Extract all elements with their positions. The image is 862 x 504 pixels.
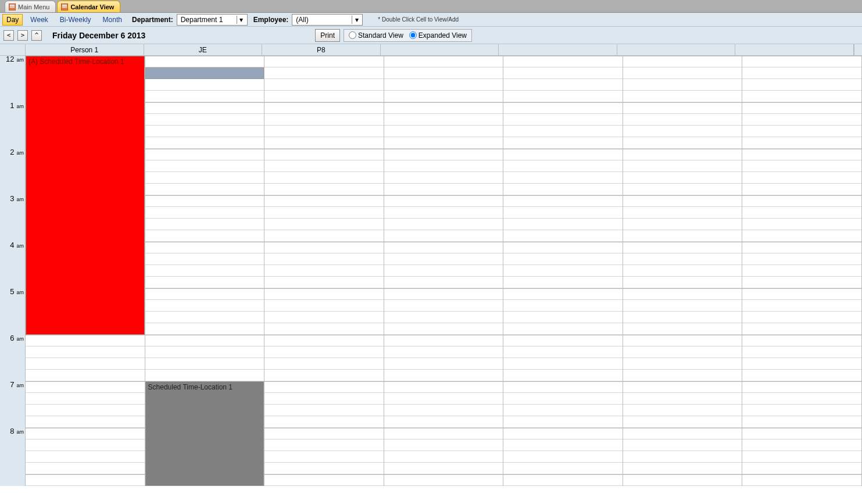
- time-slot[interactable]: [623, 288, 742, 300]
- time-slot[interactable]: [503, 428, 623, 439]
- time-slot[interactable]: [742, 253, 861, 265]
- time-slot[interactable]: [742, 149, 861, 160]
- time-slot[interactable]: [384, 102, 503, 114]
- time-slot[interactable]: [742, 219, 861, 230]
- time-slot[interactable]: [742, 242, 861, 253]
- time-slot[interactable]: [742, 288, 861, 300]
- prev-button[interactable]: <: [3, 30, 14, 41]
- time-slot[interactable]: [503, 184, 623, 195]
- time-slot[interactable]: [384, 172, 503, 184]
- time-slot[interactable]: [145, 172, 264, 184]
- time-slot[interactable]: [623, 277, 742, 288]
- time-slot[interactable]: [742, 137, 861, 149]
- time-slot[interactable]: [26, 416, 145, 428]
- time-slot[interactable]: [742, 428, 861, 439]
- time-slot[interactable]: [264, 149, 384, 160]
- time-slot[interactable]: [384, 312, 503, 323]
- calendar-event[interactable]: (A) Scheduled Time-Location 1: [26, 56, 145, 335]
- time-slot[interactable]: [26, 474, 145, 486]
- time-slot[interactable]: [264, 358, 384, 370]
- time-slot[interactable]: [264, 265, 384, 277]
- time-slot[interactable]: [384, 300, 503, 312]
- time-slot[interactable]: [264, 451, 384, 463]
- time-slot[interactable]: [503, 358, 623, 370]
- chevron-down-icon[interactable]: ▾: [237, 16, 246, 24]
- time-slot[interactable]: [623, 207, 742, 219]
- time-slot[interactable]: [145, 300, 264, 312]
- time-slot[interactable]: [623, 428, 742, 439]
- time-slot[interactable]: [264, 323, 384, 335]
- time-slot[interactable]: [384, 277, 503, 288]
- time-slot[interactable]: [503, 91, 623, 102]
- time-slot[interactable]: [742, 346, 861, 358]
- view-mode-month[interactable]: Month: [99, 14, 126, 26]
- time-slot[interactable]: [145, 312, 264, 323]
- time-slot[interactable]: [623, 265, 742, 277]
- time-slot[interactable]: [742, 102, 861, 114]
- time-slot[interactable]: [145, 160, 264, 172]
- time-slot[interactable]: [742, 126, 861, 137]
- time-slot[interactable]: [384, 439, 503, 451]
- time-slot[interactable]: [384, 474, 503, 486]
- time-slot[interactable]: [264, 381, 384, 393]
- time-slot[interactable]: [742, 312, 861, 323]
- time-slot[interactable]: [623, 335, 742, 346]
- time-slot[interactable]: [264, 405, 384, 416]
- time-slot[interactable]: [503, 277, 623, 288]
- time-slot[interactable]: [145, 149, 264, 160]
- time-slot[interactable]: [623, 114, 742, 126]
- view-mode-week[interactable]: Week: [26, 14, 52, 26]
- time-slot[interactable]: [623, 79, 742, 91]
- time-slot[interactable]: [384, 195, 503, 207]
- time-slot[interactable]: [264, 474, 384, 486]
- time-slot[interactable]: [742, 439, 861, 451]
- up-button[interactable]: ^: [31, 30, 42, 41]
- time-slot[interactable]: [742, 91, 861, 102]
- time-slot[interactable]: [384, 393, 503, 405]
- time-slot[interactable]: [503, 346, 623, 358]
- time-slot[interactable]: [384, 416, 503, 428]
- time-slot[interactable]: [145, 207, 264, 219]
- time-slot[interactable]: [742, 463, 861, 474]
- time-slot[interactable]: [384, 381, 503, 393]
- time-slot[interactable]: [503, 219, 623, 230]
- time-slot[interactable]: [503, 451, 623, 463]
- time-slot[interactable]: [384, 219, 503, 230]
- time-slot[interactable]: [623, 451, 742, 463]
- time-slot[interactable]: [384, 463, 503, 474]
- time-slot[interactable]: [623, 126, 742, 137]
- time-slot[interactable]: [145, 184, 264, 195]
- time-slot[interactable]: [264, 230, 384, 242]
- time-slot[interactable]: [384, 242, 503, 253]
- time-slot[interactable]: [26, 370, 145, 381]
- time-slot[interactable]: [503, 230, 623, 242]
- time-slot[interactable]: [264, 300, 384, 312]
- time-slot[interactable]: [384, 451, 503, 463]
- time-slot[interactable]: [623, 102, 742, 114]
- time-slot[interactable]: [742, 207, 861, 219]
- time-slot[interactable]: [384, 370, 503, 381]
- time-slot[interactable]: [264, 439, 384, 451]
- time-slot[interactable]: [623, 219, 742, 230]
- calendar-event[interactable]: [145, 67, 264, 79]
- time-slot[interactable]: [264, 219, 384, 230]
- time-slot[interactable]: [503, 463, 623, 474]
- view-mode-biweekly[interactable]: Bi-Weekly: [56, 14, 95, 26]
- time-slot[interactable]: [264, 288, 384, 300]
- time-slot[interactable]: [742, 172, 861, 184]
- time-slot[interactable]: [742, 195, 861, 207]
- time-slot[interactable]: [384, 126, 503, 137]
- time-slot[interactable]: [26, 451, 145, 463]
- time-slot[interactable]: [503, 405, 623, 416]
- time-slot[interactable]: [26, 393, 145, 405]
- time-slot[interactable]: [264, 253, 384, 265]
- time-slot[interactable]: [26, 381, 145, 393]
- time-slot[interactable]: [742, 277, 861, 288]
- time-slot[interactable]: [384, 428, 503, 439]
- time-slot[interactable]: [145, 219, 264, 230]
- time-slot[interactable]: [145, 335, 264, 346]
- time-slot[interactable]: [503, 312, 623, 323]
- time-slot[interactable]: [742, 381, 861, 393]
- time-slot[interactable]: [384, 265, 503, 277]
- time-slot[interactable]: [742, 300, 861, 312]
